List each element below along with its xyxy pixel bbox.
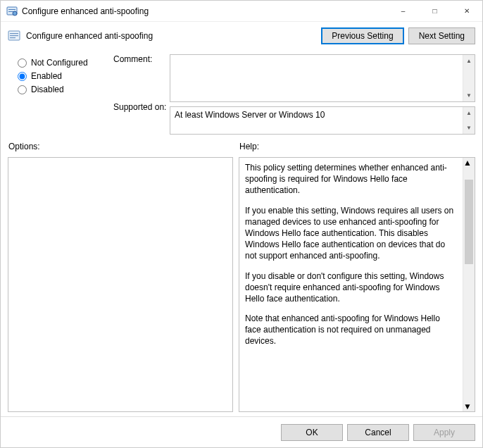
- svg-rect-6: [10, 35, 18, 36]
- comment-field[interactable]: ▲ ▼: [170, 54, 475, 102]
- window-title: Configure enhanced anti-spoofing: [22, 6, 387, 16]
- state-radio-group: Not Configured Enabled Disabled: [8, 54, 113, 135]
- comment-scrollbar[interactable]: ▲ ▼: [463, 55, 475, 101]
- help-p2: If you enable this setting, Windows requ…: [245, 205, 457, 262]
- header: Configure enhanced anti-spoofing Previou…: [1, 22, 482, 54]
- supported-scrollbar[interactable]: ▲ ▼: [463, 107, 475, 134]
- supported-label: Supported on:: [113, 102, 170, 112]
- svg-point-3: [13, 11, 17, 15]
- help-p1: This policy setting determines whether e…: [245, 162, 457, 197]
- radio-enabled-input[interactable]: [18, 72, 27, 81]
- radio-disabled[interactable]: Disabled: [18, 85, 106, 94]
- dialog-window: Configure enhanced anti-spoofing – □ ✕ C…: [0, 0, 483, 448]
- footer: OK Cancel Apply: [1, 416, 482, 447]
- apply-button[interactable]: Apply: [413, 424, 475, 441]
- section-labels: Options: Help:: [1, 142, 482, 157]
- radio-not-configured-label: Not Configured: [31, 58, 88, 68]
- scroll-thumb[interactable]: [465, 180, 473, 264]
- cancel-button[interactable]: Cancel: [347, 424, 409, 441]
- close-button[interactable]: ✕: [451, 1, 482, 21]
- maximize-button[interactable]: □: [419, 1, 451, 21]
- help-panel: This policy setting determines whether e…: [239, 157, 475, 412]
- radio-not-configured-input[interactable]: [18, 58, 27, 68]
- help-label: Help:: [239, 142, 475, 151]
- radio-disabled-input[interactable]: [18, 85, 27, 94]
- next-setting-button[interactable]: Next Setting: [408, 27, 475, 44]
- config-row: Not Configured Enabled Disabled Comment:…: [1, 54, 482, 142]
- radio-enabled-label: Enabled: [31, 71, 62, 81]
- panels: This policy setting determines whether e…: [1, 157, 482, 416]
- svg-rect-1: [8, 9, 15, 10]
- scroll-up-icon[interactable]: ▲: [463, 55, 475, 67]
- policy-icon: [6, 6, 18, 17]
- help-p4: Note that enhanced anti-spoofing for Win…: [245, 313, 457, 347]
- options-label: Options:: [8, 142, 233, 151]
- comment-value: [170, 55, 463, 101]
- previous-setting-button[interactable]: Previous Setting: [321, 27, 403, 44]
- titlebar: Configure enhanced anti-spoofing – □ ✕: [1, 1, 482, 22]
- help-scrollbar[interactable]: ▲ ▼: [463, 158, 475, 411]
- scroll-up-icon[interactable]: ▲: [463, 107, 475, 119]
- scroll-down-icon[interactable]: ▼: [463, 89, 475, 101]
- comment-label: Comment:: [113, 54, 170, 64]
- supported-value: At least Windows Server or Windows 10: [170, 107, 463, 134]
- minimize-button[interactable]: –: [387, 1, 419, 21]
- header-title: Configure enhanced anti-spoofing: [26, 31, 317, 41]
- scroll-down-icon[interactable]: ▼: [463, 402, 475, 411]
- help-text: This policy setting determines whether e…: [239, 158, 463, 411]
- radio-not-configured[interactable]: Not Configured: [18, 58, 106, 68]
- ok-button[interactable]: OK: [281, 424, 343, 441]
- scroll-up-icon[interactable]: ▲: [463, 158, 475, 168]
- scroll-down-icon[interactable]: ▼: [463, 122, 475, 134]
- radio-enabled[interactable]: Enabled: [18, 71, 106, 81]
- svg-rect-7: [10, 37, 15, 38]
- options-panel: [8, 157, 233, 412]
- radio-disabled-label: Disabled: [31, 85, 64, 94]
- supported-field: At least Windows Server or Windows 10 ▲ …: [170, 106, 475, 135]
- svg-rect-5: [10, 33, 18, 34]
- help-p3: If you disable or don't configure this s…: [245, 270, 457, 305]
- policy-header-icon: [8, 30, 20, 42]
